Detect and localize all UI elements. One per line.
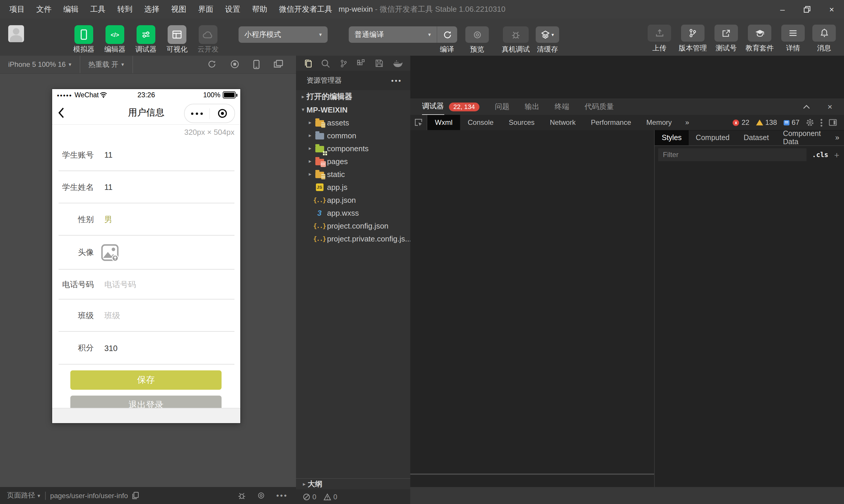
visual-toggle-button[interactable]: 可视化: [166, 25, 187, 54]
close-circle-button[interactable]: [210, 108, 234, 119]
menu-edit[interactable]: 编辑: [57, 0, 84, 19]
restart-icon[interactable]: [208, 60, 216, 69]
bug-icon[interactable]: [238, 491, 247, 500]
minimize-button[interactable]: –: [770, 0, 795, 19]
device-select[interactable]: iPhone 5 100% 16 ▾: [0, 60, 79, 69]
chevron-down-icon[interactable]: ▾: [37, 492, 40, 499]
menu-project[interactable]: 项目: [3, 0, 31, 19]
cls-toggle-button[interactable]: .cls: [812, 150, 828, 159]
version-manage-button[interactable]: 版本管理: [679, 24, 707, 53]
multi-window-icon[interactable]: [274, 60, 283, 69]
restore-button[interactable]: [795, 0, 820, 19]
stop-icon[interactable]: [230, 60, 239, 69]
tab-computed[interactable]: Computed: [689, 130, 736, 145]
more-button[interactable]: [185, 112, 209, 114]
form-row-class[interactable]: 班级 班级: [52, 300, 240, 332]
console-warning-count[interactable]: 138: [756, 119, 777, 127]
menu-file[interactable]: 文件: [31, 0, 57, 19]
project-root[interactable]: ▾ MP-WEIXIN: [296, 103, 410, 116]
details-button[interactable]: 详情: [781, 24, 805, 53]
add-rule-button[interactable]: +: [834, 150, 839, 160]
error-count[interactable]: 0: [303, 492, 316, 501]
devtools-tab-performance[interactable]: Performance: [583, 115, 639, 130]
collapse-icon[interactable]: [803, 105, 810, 109]
menu-devtools[interactable]: 微信开发者工具: [273, 0, 338, 19]
edu-kit-button[interactable]: 教育套件: [746, 24, 774, 53]
gear-icon[interactable]: [806, 119, 814, 127]
tab-output[interactable]: 输出: [524, 98, 539, 115]
clear-cache-button[interactable]: ▾ 清缓存: [536, 26, 559, 54]
tab-dataset[interactable]: Dataset: [736, 130, 776, 145]
editor-toggle-button[interactable]: </> 编辑器: [104, 25, 125, 54]
styles-filter-input[interactable]: [658, 148, 806, 161]
account-value[interactable]: 11: [104, 150, 112, 159]
console-message-count[interactable]: 67: [783, 119, 800, 127]
messages-button[interactable]: 消息: [812, 24, 836, 53]
tree-item-assets[interactable]: ▸ assets: [296, 116, 410, 129]
more-dots-icon[interactable]: •••: [276, 491, 288, 500]
more-tabs-icon[interactable]: »: [679, 115, 695, 130]
open-editors-section[interactable]: ▸ 打开的编辑器: [296, 90, 410, 103]
inspector-toggle-button[interactable]: 调试器: [136, 25, 157, 54]
eye-icon[interactable]: [257, 492, 266, 499]
cloud-dev-button[interactable]: 云开发: [198, 25, 219, 54]
git-branch-icon[interactable]: [340, 59, 347, 68]
form-row-phone[interactable]: 电话号码 电话号码: [52, 270, 240, 300]
form-row-name[interactable]: 学生姓名 11: [52, 171, 240, 203]
preview-button[interactable]: 预览: [465, 26, 489, 54]
tree-item-pages[interactable]: ▸ pages: [296, 155, 410, 168]
avatar[interactable]: [8, 25, 24, 42]
hot-reload-select[interactable]: 热重载 开 ▾: [80, 59, 132, 69]
devtools-tab-network[interactable]: Network: [542, 115, 583, 130]
tree-item-appjson[interactable]: {..} app.json: [296, 193, 410, 206]
docker-icon[interactable]: [393, 59, 403, 67]
menu-tools[interactable]: 工具: [84, 0, 111, 19]
close-icon[interactable]: ×: [828, 102, 832, 111]
more-dots-icon[interactable]: •••: [391, 76, 402, 85]
remote-debug-button[interactable]: 真机调试: [502, 26, 530, 54]
form-row-account[interactable]: 学生账号 11: [52, 139, 240, 171]
tree-item-privateconfig[interactable]: {..} project.private.config.js...: [296, 232, 410, 245]
tree-item-projectconfig[interactable]: {..} project.config.json: [296, 219, 410, 232]
tab-terminal[interactable]: 终端: [555, 98, 569, 115]
inspect-element-icon[interactable]: [410, 115, 427, 130]
class-input-placeholder[interactable]: 班级: [104, 310, 120, 321]
save-all-icon[interactable]: [375, 59, 383, 67]
tree-item-appwxss[interactable]: 3 app.wxss: [296, 206, 410, 219]
gender-value[interactable]: 男: [104, 214, 112, 225]
devtools-tab-wxml[interactable]: Wxml: [427, 115, 460, 130]
split-handle[interactable]: [410, 473, 654, 475]
test-account-button[interactable]: 测试号: [715, 24, 738, 53]
menu-settings[interactable]: 设置: [219, 0, 246, 19]
save-button[interactable]: 保存: [70, 371, 221, 390]
device-frame-icon[interactable]: [253, 60, 259, 69]
kebab-menu-icon[interactable]: [821, 119, 822, 126]
devtools-tab-sources[interactable]: Sources: [501, 115, 542, 130]
tree-item-components[interactable]: ▸ components: [296, 142, 410, 155]
menu-goto[interactable]: 转到: [111, 0, 138, 19]
simulator-toggle-button[interactable]: 模拟器: [73, 25, 94, 54]
tab-styles[interactable]: Styles: [655, 130, 689, 145]
outline-section[interactable]: ▸ 大纲: [296, 478, 410, 489]
phone-input-placeholder[interactable]: 电话号码: [104, 279, 136, 290]
close-button[interactable]: ×: [820, 0, 844, 19]
console-error-count[interactable]: x22: [733, 119, 750, 127]
tree-item-static[interactable]: ▸ static: [296, 168, 410, 180]
dock-side-icon[interactable]: [829, 119, 837, 126]
mode-select[interactable]: 小程序模式 ▾: [238, 26, 328, 43]
tree-item-appjs[interactable]: JS app.js: [296, 180, 410, 193]
tab-component-data[interactable]: Component Data: [776, 130, 835, 145]
extensions-icon[interactable]: [357, 59, 365, 67]
form-row-avatar[interactable]: 头像: [52, 236, 240, 270]
avatar-upload-icon[interactable]: [101, 243, 120, 262]
search-icon[interactable]: [322, 59, 330, 68]
files-icon[interactable]: [304, 59, 312, 68]
name-value[interactable]: 11: [104, 183, 112, 192]
menu-select[interactable]: 选择: [138, 0, 165, 19]
page-path-value[interactable]: pages/user-info/user-info: [50, 491, 128, 500]
more-tabs-icon[interactable]: »: [835, 130, 844, 145]
devtools-tab-memory[interactable]: Memory: [639, 115, 680, 130]
compile-button[interactable]: 编译: [437, 26, 457, 54]
menu-help[interactable]: 帮助: [246, 0, 273, 19]
wxml-tree-area[interactable]: [410, 130, 655, 487]
